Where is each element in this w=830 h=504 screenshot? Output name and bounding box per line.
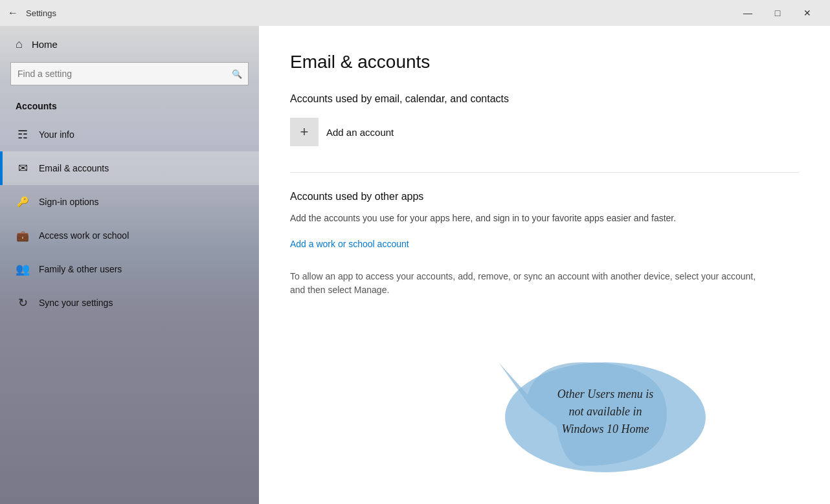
sidebar-item-home[interactable]: ⌂ Home bbox=[0, 26, 259, 62]
minimize-button[interactable]: — bbox=[733, 0, 763, 26]
back-button[interactable]: ← bbox=[8, 7, 18, 19]
maximize-button[interactable]: □ bbox=[763, 0, 792, 26]
sidebar-item-email-accounts[interactable]: ✉ Email & accounts bbox=[0, 151, 259, 185]
section2-heading: Accounts used by other apps bbox=[290, 191, 799, 203]
content-area: Email & accounts Accounts used by email,… bbox=[259, 26, 830, 504]
search-icon: 🔍 bbox=[232, 69, 242, 79]
sidebar-item-your-info[interactable]: ☶ Your info bbox=[0, 118, 259, 151]
add-work-school-link[interactable]: Add a work or school account bbox=[290, 239, 409, 249]
family-icon: 👥 bbox=[16, 262, 30, 276]
svg-text:Other Users menu is: Other Users menu is bbox=[557, 388, 654, 400]
app-body: ⌂ Home 🔍 Accounts ☶ Your info ✉ Email & … bbox=[0, 26, 830, 504]
svg-text:Windows 10 Home: Windows 10 Home bbox=[562, 422, 649, 435]
add-account-label: Add an account bbox=[326, 127, 394, 138]
email-icon: ✉ bbox=[16, 161, 30, 175]
sidebar-item-access-work-school[interactable]: 💼 Access work or school bbox=[0, 219, 259, 252]
home-label: Home bbox=[32, 39, 58, 50]
divider bbox=[290, 172, 799, 173]
section2-note: To allow an app to access your accounts,… bbox=[290, 270, 756, 297]
search-input[interactable] bbox=[10, 62, 249, 85]
sync-icon: ↻ bbox=[16, 296, 30, 310]
section1-heading: Accounts used by email, calendar, and co… bbox=[290, 93, 799, 105]
briefcase-icon: 💼 bbox=[16, 230, 30, 242]
add-account-button[interactable]: + Add an account bbox=[290, 118, 799, 146]
title-bar: ← Settings — □ ✕ bbox=[0, 0, 830, 26]
add-account-plus-icon: + bbox=[290, 118, 319, 146]
sidebar-item-sign-in-options[interactable]: 🔑 Sign-in options bbox=[0, 185, 259, 219]
close-button[interactable]: ✕ bbox=[792, 0, 822, 26]
sidebar-section-label: Accounts bbox=[0, 96, 259, 118]
sidebar-search[interactable]: 🔍 bbox=[10, 62, 249, 85]
home-icon: ⌂ bbox=[16, 38, 23, 51]
section2-description: Add the accounts you use for your apps h… bbox=[290, 212, 704, 225]
window-controls: — □ ✕ bbox=[733, 0, 822, 26]
sidebar: ⌂ Home 🔍 Accounts ☶ Your info ✉ Email & … bbox=[0, 26, 259, 504]
signin-icon: 🔑 bbox=[16, 196, 30, 208]
page-title: Email & accounts bbox=[290, 52, 799, 72]
title-bar-label: Settings bbox=[26, 8, 733, 18]
sidebar-item-family-other-users[interactable]: 👥 Family & other users bbox=[0, 252, 259, 286]
svg-text:not available in: not available in bbox=[569, 405, 642, 418]
sidebar-item-sync-settings[interactable]: ↻ Sync your settings bbox=[0, 286, 259, 320]
svg-point-0 bbox=[505, 362, 706, 472]
your-info-icon: ☶ bbox=[16, 127, 30, 142]
